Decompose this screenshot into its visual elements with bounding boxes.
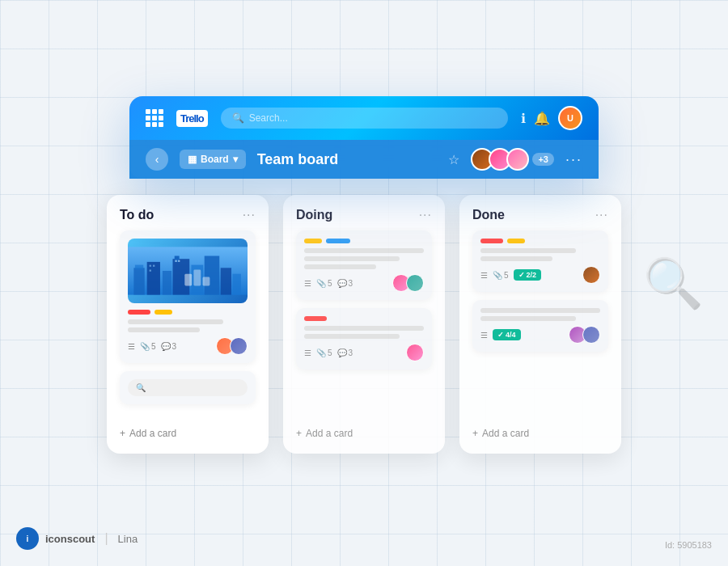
card-done-1[interactable]: ☰ 📎 5 ✓ 2/2 [472,230,608,292]
avatar-count[interactable]: +3 [532,153,554,166]
card-doing-1[interactable]: ☰ 📎 5 💬 3 [296,230,432,300]
card-doing-1-lines [304,248,424,269]
back-icon: ‹ [155,153,159,166]
card-line [304,326,424,331]
card-todo-1-avatars [216,337,248,355]
back-button[interactable]: ‹ [146,148,168,171]
svg-rect-9 [221,268,231,294]
grid-icon[interactable] [146,109,163,127]
card-line [128,319,223,324]
card-done-2-avatars [569,326,600,344]
card-line [304,334,400,339]
plus-icon: + [296,428,302,439]
add-card-doing-button[interactable]: + Add a card [296,426,432,441]
card-image [128,239,248,303]
board-icon: ▦ [188,154,197,165]
add-card-done-button[interactable]: + Add a card [472,426,608,441]
board-title: Team board [257,151,438,168]
bell-icon[interactable]: 🔔 [534,111,550,126]
check-icon: ✓ [497,331,504,339]
card-line [128,327,200,332]
check-icon: ✓ [518,271,525,279]
column-doing-menu[interactable]: ··· [419,208,432,222]
search-bar[interactable]: 🔍 [221,108,508,129]
tag-red [304,316,327,321]
card-doing-2-tags [304,316,424,321]
column-todo: To do ··· [107,195,269,454]
add-card-label: Add a card [482,428,529,439]
info-icon[interactable]: ℹ [521,111,526,126]
add-card-label: Add a card [306,428,353,439]
svg-rect-8 [205,256,220,295]
card-avatar-5[interactable] [582,266,600,284]
check-badge-2: ✓ 4/4 [493,329,521,340]
card-doing-1-avatars [392,274,424,292]
top-bar: Trello 🔍 ℹ 🔔 U [129,96,599,140]
bottom-id: Id: 5905183 [665,540,712,550]
star-icon[interactable]: ☆ [448,152,459,167]
comment-icon: 💬 [337,279,347,288]
card-doing-2[interactable]: ☰ 📎 5 💬 3 [296,308,432,370]
column-todo-header: To do ··· [120,208,256,222]
menu-icon: ☰ [480,331,488,340]
column-todo-menu[interactable]: ··· [243,208,256,222]
card-avatar-2[interactable] [230,337,248,355]
card-line [304,256,400,261]
columns-area: To do ··· [99,171,629,470]
svg-rect-3 [147,262,160,295]
svg-rect-11 [150,265,151,267]
board-view-button[interactable]: ▦ Board ▾ [180,150,246,169]
bottom-logo: i iconscout | Lina [16,527,138,550]
menu-icon: ☰ [480,271,488,280]
svg-rect-16 [184,274,192,286]
clips-count: 📎 5 [493,271,509,280]
column-doing-header: Doing ··· [296,208,432,222]
svg-rect-10 [233,274,241,295]
trello-logo[interactable]: Trello [176,110,208,127]
card-doing-2-footer: ☰ 📎 5 💬 3 [304,344,424,361]
menu-icon: ☰ [304,348,311,357]
card-todo-1[interactable]: ☰ 📎 5 💬 3 [120,230,256,363]
card-todo-2[interactable]: 🔍 [120,371,256,404]
clip-icon: 📎 [316,279,326,288]
top-bar-actions: ℹ 🔔 U [521,106,582,130]
card-done-1-avatars [582,266,600,284]
clips-count: 📎 5 [316,279,332,288]
tag-yellow [507,239,525,243]
card-todo-1-lines [128,319,248,332]
watermark-icon: 🔍 [643,255,704,312]
card-done-1-tags [480,239,600,243]
clip-icon: 📎 [493,271,502,280]
card-done-1-lines [480,248,600,261]
add-card-todo-button[interactable]: + Add a card [120,426,256,441]
comment-icon: 💬 [337,348,347,357]
card-done-2[interactable]: ☰ ✓ 4/4 [472,300,608,352]
card-avatar-3b[interactable] [406,344,424,361]
svg-rect-18 [203,277,210,285]
board-btn-label: Board [201,154,229,165]
tag-blue [326,239,350,243]
card-line [480,256,552,261]
user-avatar[interactable]: U [558,106,582,130]
svg-rect-13 [150,270,151,272]
svg-rect-2 [135,265,143,270]
column-done: Done ··· ☰ 📎 5 [459,195,621,454]
card-avatar-4[interactable] [406,274,424,292]
comments-count: 💬 3 [161,342,177,351]
browser-window: Trello 🔍 ℹ 🔔 U ‹ ▦ Board ▾ [129,96,599,179]
search-input[interactable] [249,112,497,124]
member-avatar-3[interactable] [506,148,529,171]
chevron-down-icon: ▾ [233,154,238,165]
card-avatar-2b[interactable] [582,326,600,344]
card-doing-2-lines [304,326,424,339]
iconscout-logo-icon: i [16,527,39,550]
more-options-button[interactable]: ··· [565,151,582,168]
column-doing: Doing ··· ☰ 📎 [283,195,445,454]
column-done-menu[interactable]: ··· [595,208,608,222]
check-badge-1: ✓ 2/2 [514,269,542,281]
search-icon: 🔍 [232,112,244,124]
card-todo-1-footer: ☰ 📎 5 💬 3 [128,337,248,355]
card-meta: ☰ 📎 5 💬 3 [304,348,353,357]
svg-rect-14 [175,260,176,262]
plus-icon: + [120,428,125,439]
